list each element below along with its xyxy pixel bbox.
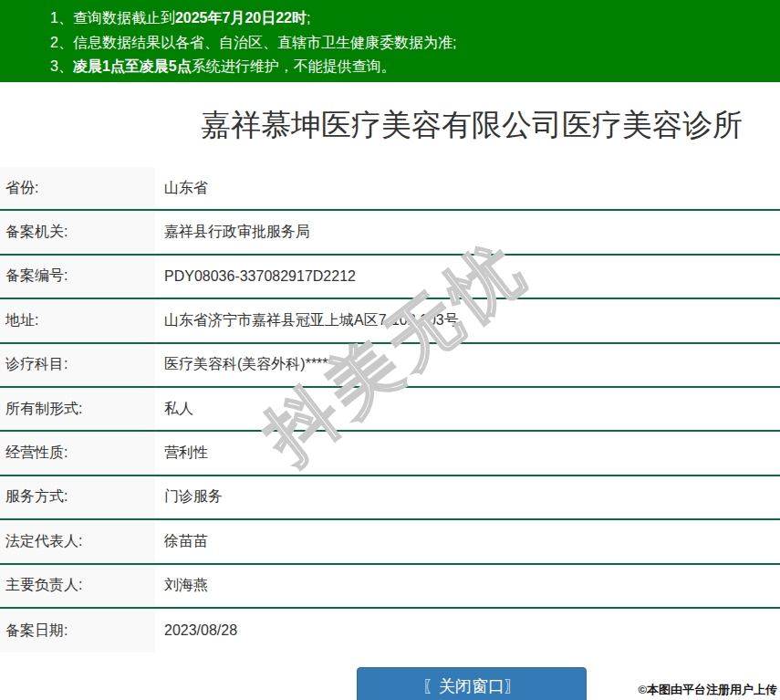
notice-number: 1、 (50, 10, 73, 26)
row-label: 服务方式: (0, 476, 155, 518)
row-value: 营利性 (155, 444, 208, 463)
page-title: 嘉祥慕坤医疗美容有限公司医疗美容诊所 (0, 104, 780, 146)
row-label: 主要负责人: (0, 565, 155, 607)
notice-item: 3、凌晨1点至凌晨5点系统进行维护，不能提供查询。 (50, 55, 771, 79)
table-row: 主要负责人: 刘海燕 (0, 565, 780, 609)
row-value: 门诊服务 (155, 487, 223, 507)
row-label: 备案编号: (0, 256, 155, 298)
notice-text: 系统进行维护，不能提供查询。 (192, 58, 396, 74)
row-value: 徐苗苗 (155, 532, 208, 551)
table-row: 备案机关: 嘉祥县行政审批服务局 (0, 211, 780, 255)
notice-text: ; (307, 10, 310, 26)
row-label: 法定代表人: (0, 520, 155, 562)
row-label: 地址: (0, 299, 155, 341)
copyright-note: ©本图由平台注册用户上传 (638, 682, 777, 698)
row-value: PDY08036-337082917D2212 (155, 268, 356, 285)
row-label: 省份: (0, 167, 155, 209)
table-row: 备案编号: PDY08036-337082917D2212 (0, 256, 780, 299)
row-label: 备案机关: (0, 211, 155, 253)
row-value: 嘉祥县行政审批服务局 (155, 223, 310, 242)
row-label: 诊疗科目: (0, 344, 155, 386)
notice-banner: 1、查询数据截止到2025年7月20日22时; 2、信息数据结果以各省、自治区、… (0, 0, 780, 82)
page-viewport: 1、查询数据截止到2025年7月20日22时; 2、信息数据结果以各省、自治区、… (0, 0, 780, 700)
table-row: 经营性质: 营利性 (0, 432, 780, 475)
table-row: 省份: 山东省 (0, 167, 780, 211)
table-row: 诊疗科目: 医疗美容科(美容外科)****** (0, 344, 780, 388)
notice-text: 信息数据结果以各省、自治区、直辖市卫生健康委数据为准; (73, 35, 456, 50)
table-row: 备案日期: 2023/08/28 (0, 609, 780, 653)
notice-bold-text: 凌晨1点至凌晨5点 (73, 58, 192, 74)
row-value: 医疗美容科(美容外科)****** (155, 355, 339, 374)
notice-bold-text: 2025年7月20日22时 (175, 10, 307, 26)
record-table: 省份: 山东省 备案机关: 嘉祥县行政审批服务局 备案编号: PDY08036-… (0, 167, 780, 653)
row-label: 备案日期: (0, 609, 155, 653)
row-value: 山东省济宁市嘉祥县冠亚上城A区7-102.103号 (155, 311, 459, 330)
table-row: 服务方式: 门诊服务 (0, 476, 780, 520)
row-value: 刘海燕 (155, 576, 208, 595)
table-row: 地址: 山东省济宁市嘉祥县冠亚上城A区7-102.103号 (0, 299, 780, 343)
row-value: 山东省 (155, 179, 208, 198)
notice-item: 1、查询数据截止到2025年7月20日22时; (50, 6, 771, 31)
close-window-button[interactable]: 〖关闭窗口〗 (357, 667, 587, 700)
content-container: 嘉祥慕坤医疗美容有限公司医疗美容诊所 省份: 山东省 备案机关: 嘉祥县行政审批… (0, 104, 780, 700)
row-value: 私人 (155, 400, 193, 419)
table-row: 所有制形式: 私人 (0, 388, 780, 432)
table-row: 法定代表人: 徐苗苗 (0, 520, 780, 564)
row-value: 2023/08/28 (155, 622, 237, 639)
row-label: 经营性质: (0, 432, 155, 474)
notice-text: 查询数据截止到 (73, 10, 175, 26)
notice-item: 2、信息数据结果以各省、自治区、直辖市卫生健康委数据为准; (50, 31, 771, 56)
row-label: 所有制形式: (0, 388, 155, 430)
notice-number: 3、 (50, 58, 73, 74)
notice-number: 2、 (50, 35, 73, 50)
